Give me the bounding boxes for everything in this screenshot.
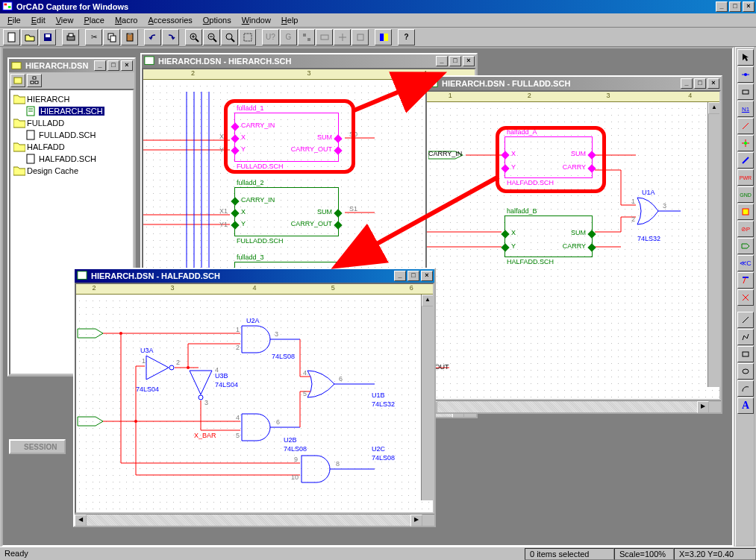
port-y[interactable] [425, 242, 430, 252]
hierarch-minimize[interactable]: _ [436, 56, 448, 66]
hierarch-titlebar[interactable]: HIERARCH.DSN - HIERARCH.SCH _ □ × [142, 54, 476, 68]
tree-node-halfadd-sch[interactable]: HALFADD.SCH [13, 153, 130, 165]
project-maximize[interactable]: □ [107, 60, 119, 71]
snap-tool-icon[interactable] [737, 66, 754, 83]
close-button[interactable]: × [743, 1, 755, 12]
svg-line-13 [196, 39, 199, 42]
block-fulladd-2[interactable]: fulladd_2 FULLADD.SCH CARRY_IN X Y SUM C… [234, 187, 339, 236]
menu-help[interactable]: Help [277, 14, 303, 26]
project-tab-hier[interactable] [27, 74, 42, 87]
project-titlebar[interactable]: HIERARCH.DSN _ □ × [9, 59, 134, 72]
fulladd-window[interactable]: HIERARCH.DSN - FULLADD.SCH _ □ × 1 2 3 4 [424, 75, 722, 414]
minimize-button[interactable]: _ [716, 1, 728, 12]
tree-node-cache[interactable]: Design Cache [13, 165, 130, 177]
tool-icon-7[interactable] [375, 29, 392, 45]
rect-tool-icon[interactable] [737, 346, 754, 362]
zoom-out-icon[interactable] [203, 29, 220, 45]
project-tab-file[interactable] [10, 74, 25, 87]
halfadd-hscroll[interactable]: ◀▶ [75, 514, 434, 526]
tree-node-hierarch-sch[interactable]: HIERARCH.SCH [13, 105, 130, 117]
copy-icon[interactable] [103, 29, 120, 45]
help-icon[interactable]: ? [398, 29, 415, 45]
zoom-fit-icon[interactable] [221, 29, 238, 45]
wire-tool-icon[interactable] [737, 118, 754, 134]
nc-tool-icon[interactable]: ≪C [737, 255, 754, 271]
tool-icon-5[interactable] [334, 29, 351, 45]
net-tool-icon[interactable]: N1 [737, 101, 754, 117]
svg-line-142 [743, 157, 749, 163]
tree-node-halfadd[interactable]: HALFADD [13, 141, 130, 153]
ellipse-tool-icon[interactable] [737, 363, 754, 380]
fulladd-close[interactable]: × [707, 78, 719, 89]
fulladd-hscroll[interactable]: ◀▶ [425, 400, 721, 412]
tree-node-fulladd[interactable]: FULLADD [13, 117, 130, 129]
tree-node-hierarch[interactable]: HIERARCH [13, 93, 130, 105]
cut-icon[interactable]: ✂ [85, 29, 102, 45]
hierarch-maximize[interactable]: □ [449, 56, 461, 66]
project-close[interactable]: × [121, 60, 133, 71]
line-tool-icon[interactable] [737, 312, 754, 328]
junction-tool-icon[interactable] [737, 135, 754, 151]
zoom-area-icon[interactable] [239, 29, 256, 45]
tool-g-icon[interactable]: G [280, 29, 297, 45]
off-tool-icon[interactable]: ⊘P [737, 221, 754, 237]
text-tool-icon[interactable]: A [737, 397, 754, 414]
menu-accessories[interactable]: Accessories [143, 14, 196, 26]
fulladd-canvas[interactable]: 1 2 3 4 U1A 74LS32 1 [425, 90, 721, 400]
menu-window[interactable]: Window [237, 14, 275, 26]
tool-icon-4[interactable] [316, 29, 333, 45]
halfadd-maximize[interactable]: □ [407, 271, 419, 281]
noconn-tool-icon[interactable] [737, 289, 754, 306]
block-halfadd-b[interactable]: halfadd_B HALFADD.SCH X Y SUM CARRY [504, 215, 593, 257]
svg-rect-3 [8, 33, 15, 42]
print-icon[interactable] [62, 29, 79, 45]
session-minimized[interactable]: SESSION [9, 439, 66, 454]
hierarch-close[interactable]: × [463, 56, 475, 66]
menu-options[interactable]: Options [199, 14, 236, 26]
zoom-in-icon[interactable] [185, 29, 202, 45]
project-minimize[interactable]: _ [94, 60, 106, 71]
port-x[interactable] [425, 227, 430, 237]
project-tree[interactable]: HIERARCH HIERARCH.SCH FULLADD FULLADD.SC… [10, 90, 133, 180]
fulladd-minimize[interactable]: _ [681, 78, 693, 89]
part-tool-icon[interactable] [737, 204, 754, 220]
fulladd-maximize[interactable]: □ [694, 78, 706, 89]
halfadd-canvas[interactable]: 2 3 4 5 6 [75, 283, 434, 514]
svg-rect-27 [357, 34, 363, 40]
save-icon[interactable] [39, 29, 56, 45]
menu-macro[interactable]: Macro [110, 14, 143, 26]
poly-tool-icon[interactable] [737, 329, 754, 345]
drag-tool-icon[interactable] [737, 84, 754, 100]
menu-file[interactable]: File [3, 14, 25, 26]
select-tool-icon[interactable] [737, 49, 754, 66]
pwr-tool-icon[interactable]: PWR [737, 169, 754, 186]
halfadd-titlebar[interactable]: HIERARCH.DSN - HALFADD.SCH _ □ × [75, 269, 434, 283]
halfadd-close[interactable]: × [421, 271, 433, 281]
paste-icon[interactable] [121, 29, 138, 45]
svg-text:X1: X1 [219, 207, 228, 215]
bus-entry-icon[interactable] [737, 272, 754, 289]
tool-icon-3[interactable] [298, 29, 315, 45]
halfadd-minimize[interactable]: _ [394, 271, 406, 281]
port-tool-icon[interactable] [737, 238, 754, 254]
tool-u-icon[interactable]: U? [262, 29, 279, 45]
arc-tool-icon[interactable] [737, 380, 754, 397]
menu-edit[interactable]: Edit [27, 14, 50, 26]
redo-icon[interactable] [162, 29, 179, 45]
svg-rect-29 [384, 34, 388, 41]
open-icon[interactable] [21, 29, 38, 45]
svg-text:1: 1 [236, 326, 240, 333]
tool-icon-6[interactable] [352, 29, 369, 45]
new-icon[interactable] [3, 29, 20, 45]
bus-tool-icon[interactable] [737, 152, 754, 169]
halfadd-window[interactable]: HIERARCH.DSN - HALFADD.SCH _ □ × 2 3 4 5… [73, 268, 436, 527]
gnd-tool-icon[interactable]: GND [737, 186, 754, 203]
tree-node-fulladd-sch[interactable]: FULLADD.SCH [13, 129, 130, 141]
menu-place[interactable]: Place [79, 14, 109, 26]
maximize-button[interactable]: □ [729, 1, 741, 12]
undo-icon[interactable] [144, 29, 161, 45]
fulladd-titlebar[interactable]: HIERARCH.DSN - FULLADD.SCH _ □ × [425, 77, 721, 90]
halfadd-vscroll[interactable]: ▲ [421, 295, 433, 500]
menu-view[interactable]: View [51, 14, 78, 26]
fulladd-vscroll[interactable]: ▲ [707, 102, 719, 387]
